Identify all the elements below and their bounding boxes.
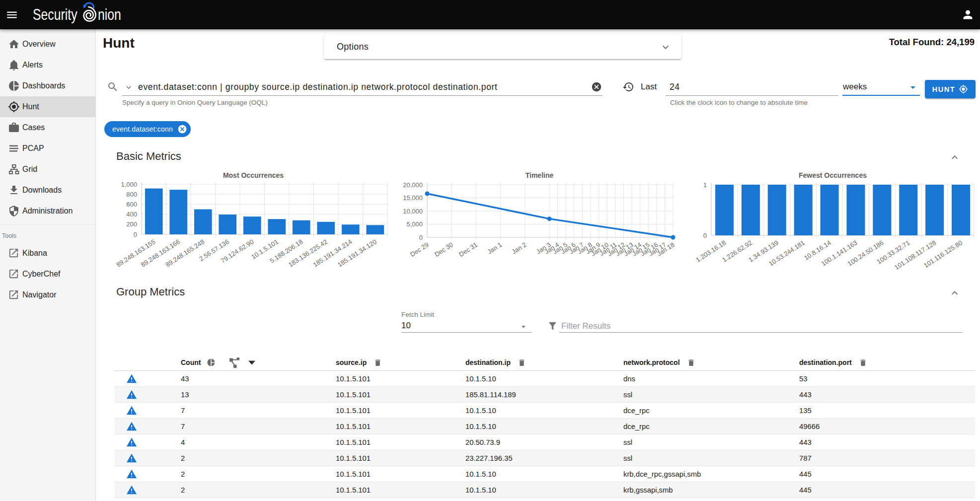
sidebar-tool-kibana[interactable]: Kibana — [0, 243, 95, 264]
table-row[interactable]: 210.1.5.10123.227.196.35ssl787 — [114, 450, 975, 466]
duration-input[interactable] — [670, 81, 833, 93]
sidebar-item-overview[interactable]: Overview — [0, 34, 95, 55]
bar[interactable] — [169, 190, 187, 234]
table-row[interactable]: 1310.1.5.101185.81.114.189ssl443 — [114, 387, 975, 403]
trash-icon[interactable] — [518, 358, 526, 367]
chevron-down-icon[interactable] — [660, 41, 672, 53]
sidebar-item-alerts[interactable]: Alerts — [0, 55, 95, 75]
account-person-icon[interactable] — [961, 8, 975, 21]
trash-icon[interactable] — [374, 358, 382, 367]
history-clock-icon[interactable] — [622, 81, 634, 93]
bar[interactable] — [846, 185, 865, 235]
table-row[interactable]: 210.1.5.10110.1.5.10krb,dce_rpc,gssapi,s… — [114, 466, 975, 482]
sort-caret-icon[interactable] — [248, 360, 255, 365]
table-row[interactable]: 710.1.5.10110.1.5.10dce_rpc49666 — [114, 419, 975, 434]
trash-icon[interactable] — [687, 358, 695, 367]
warning-triangle-icon[interactable] — [126, 469, 137, 480]
bar[interactable] — [821, 185, 839, 235]
options-panel[interactable]: Options — [324, 35, 681, 59]
sidebar-item-administration[interactable]: Administration — [0, 201, 95, 221]
bar[interactable] — [194, 210, 212, 235]
account-icon[interactable] — [961, 8, 975, 21]
sidebar-item-hunt[interactable]: Hunt — [0, 96, 95, 117]
chevron-up-icon[interactable] — [949, 287, 961, 299]
bar[interactable] — [145, 189, 163, 234]
table-row[interactable]: 210.1.5.10110.1.5.10krb,gssapi,smb445 — [114, 482, 975, 498]
query-clear-icon[interactable] — [591, 81, 602, 92]
bar[interactable] — [243, 216, 261, 234]
chevron-up-icon[interactable] — [949, 151, 961, 163]
trash-icon[interactable] — [518, 358, 526, 367]
hamburger-menu-icon[interactable] — [5, 8, 18, 21]
filter-results-input[interactable] — [561, 320, 899, 332]
trash-icon[interactable] — [859, 358, 867, 367]
history-clock-icon[interactable] — [622, 81, 634, 93]
hunt-button[interactable]: HUNT — [925, 80, 976, 98]
bar[interactable] — [715, 185, 734, 235]
data-point[interactable] — [425, 192, 430, 196]
close-circle-icon[interactable] — [591, 81, 602, 92]
group-metrics-collapse-icon[interactable] — [949, 287, 961, 299]
column-header-count[interactable]: Count — [173, 357, 328, 368]
sidebar-item-grid[interactable]: Grid — [0, 159, 95, 180]
warning-triangle-icon[interactable] — [126, 437, 137, 448]
warning-triangle-icon[interactable] — [126, 485, 137, 496]
sidebar-item-downloads[interactable]: Downloads — [0, 180, 95, 201]
table-row[interactable]: 710.1.5.10110.1.5.10dce_rpc135 — [114, 403, 975, 419]
bar[interactable] — [219, 215, 236, 234]
column-header-destination.port[interactable]: destination.port — [791, 358, 975, 367]
warning-triangle-icon[interactable] — [126, 373, 137, 384]
trash-icon[interactable] — [374, 358, 382, 367]
graph-icon[interactable] — [228, 357, 240, 368]
bar[interactable] — [873, 185, 891, 235]
bar[interactable] — [899, 185, 917, 235]
fetch-limit-select[interactable]: 10 — [401, 321, 411, 331]
bar[interactable] — [293, 220, 310, 234]
warning-triangle-icon[interactable] — [126, 405, 137, 416]
sidebar-item-dashboards[interactable]: Dashboards — [0, 75, 95, 96]
bar[interactable] — [342, 224, 360, 234]
trash-icon[interactable] — [687, 358, 695, 367]
column-header-network.protocol[interactable]: network.protocol — [615, 358, 791, 367]
chip-close-icon[interactable] — [177, 124, 187, 134]
bar[interactable] — [268, 219, 286, 234]
pie-chart-icon[interactable] — [207, 358, 216, 367]
warning-triangle-icon[interactable] — [126, 373, 137, 384]
warning-triangle-icon[interactable] — [126, 405, 137, 416]
sidebar-tool-cyberchef[interactable]: CyberChef — [0, 264, 95, 285]
bar[interactable] — [317, 222, 335, 234]
bar[interactable] — [366, 225, 384, 234]
graph-icon[interactable] — [228, 357, 240, 368]
chevron-down-icon[interactable] — [124, 82, 134, 92]
sidebar-item-pcap[interactable]: PCAP — [0, 138, 95, 159]
data-point[interactable] — [671, 235, 675, 240]
table-row[interactable]: 4310.1.5.10110.1.5.10dns53 — [114, 371, 975, 387]
data-point[interactable] — [547, 216, 552, 221]
bar[interactable] — [742, 185, 760, 235]
trash-icon[interactable] — [859, 358, 867, 367]
bar[interactable] — [952, 185, 970, 235]
query-history-chevron-icon[interactable] — [124, 82, 134, 92]
column-header-source.ip[interactable]: source.ip — [328, 358, 457, 367]
bar[interactable] — [794, 185, 813, 235]
warning-triangle-icon[interactable] — [126, 389, 137, 400]
filter-chip[interactable]: event.dataset:conn — [104, 121, 191, 137]
bar[interactable] — [768, 185, 786, 235]
logo[interactable]: Security nion — [33, 0, 127, 29]
query-input[interactable] — [138, 81, 684, 93]
menu-icon[interactable] — [5, 8, 18, 21]
warning-triangle-icon[interactable] — [126, 437, 137, 448]
warning-triangle-icon[interactable] — [126, 421, 137, 432]
sidebar-tool-navigator[interactable]: Navigator — [0, 285, 95, 305]
sort-caret-icon[interactable] — [248, 360, 255, 365]
chip-close-icon[interactable] — [177, 124, 187, 134]
warning-triangle-icon[interactable] — [126, 469, 137, 480]
pie-chart-icon[interactable] — [207, 358, 216, 367]
bar[interactable] — [925, 185, 944, 235]
table-row[interactable]: 410.1.5.10120.50.73.9ssl443 — [114, 434, 975, 450]
warning-triangle-icon[interactable] — [126, 485, 137, 496]
column-header-destination.ip[interactable]: destination.ip — [457, 358, 615, 367]
warning-triangle-icon[interactable] — [126, 421, 137, 432]
warning-triangle-icon[interactable] — [126, 389, 137, 400]
warning-triangle-icon[interactable] — [126, 453, 137, 464]
